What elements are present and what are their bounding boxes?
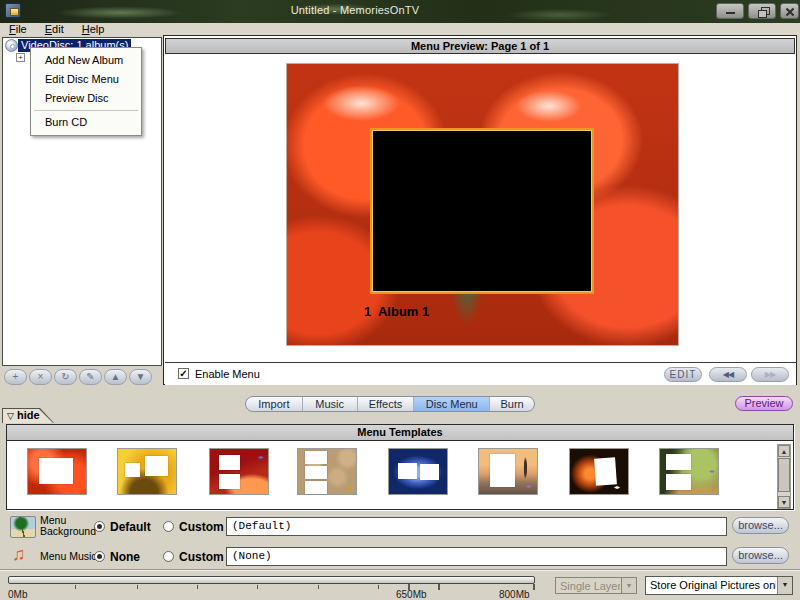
background-default-radio[interactable]	[94, 521, 105, 532]
layer-type-dropdown[interactable]: Single Layer ▼	[555, 577, 637, 594]
chevron-down-icon[interactable]: ▼	[777, 577, 792, 594]
preview-controls-strip: ✓ Enable Menu EDIT ◀◀ ▶▶	[165, 362, 796, 385]
menu-preview-panel: Menu Preview: Page 1 of 1 1 Album 1 ✓ En…	[163, 35, 797, 385]
tab-music[interactable]: Music	[303, 397, 358, 411]
enable-menu-label: Enable Menu	[195, 368, 260, 380]
menu-music-row: ♫ Menu Music None Custom (None) browse..…	[0, 544, 800, 570]
menu-edit[interactable]: Edit	[36, 23, 73, 36]
music-none-label: None	[110, 550, 140, 564]
chevron-down-icon[interactable]: ▼	[621, 578, 636, 593]
background-value-field[interactable]: (Default)	[226, 517, 727, 536]
music-custom-label: Custom	[179, 550, 224, 564]
background-default-label: Default	[110, 520, 151, 534]
close-button[interactable]	[780, 3, 799, 19]
template-thumbnail-garden-path[interactable]: ◂▸	[659, 448, 719, 495]
music-value-field[interactable]: (None)	[226, 547, 727, 566]
tab-disc-menu[interactable]: Disc Menu	[414, 397, 490, 411]
album-thumbnail-box[interactable]	[370, 128, 594, 294]
tree-expander-icon[interactable]: +	[16, 53, 25, 62]
next-page-button[interactable]: ▶▶	[751, 367, 789, 382]
minimize-button[interactable]	[716, 3, 744, 19]
menu-music-label: Menu Music	[40, 551, 98, 562]
templates-scrollbar[interactable]: ▲ ▼	[777, 444, 791, 509]
app-window: Untitled - MemoriesOnTV File Edit Help V…	[0, 0, 800, 600]
music-note-icon: ♫	[12, 544, 26, 565]
menu-templates-header: Menu Templates	[7, 425, 793, 441]
scrollbar-thumb[interactable]	[778, 458, 790, 492]
capacity-650-label: 650Mb	[396, 589, 427, 600]
background-picture-icon	[10, 516, 36, 538]
move-up-icon[interactable]: ▲	[104, 369, 127, 385]
tab-burn[interactable]: Burn	[490, 397, 534, 411]
template-thumbnail-sunset-monument[interactable]: ◂▸	[478, 448, 538, 495]
context-item-edit-disc-menu[interactable]: Edit Disc Menu	[31, 70, 141, 89]
music-browse-button[interactable]: browse...	[732, 547, 789, 564]
disc-capacity-gauge	[8, 576, 535, 584]
window-title: Untitled - MemoriesOnTV	[0, 4, 710, 16]
add-icon[interactable]: +	[4, 369, 27, 385]
delete-icon[interactable]: ×	[29, 369, 52, 385]
edit-button[interactable]: EDIT	[664, 367, 702, 382]
context-item-burn-cd[interactable]: Burn CD	[31, 113, 141, 132]
music-custom-radio[interactable]	[163, 551, 174, 562]
scroll-up-icon[interactable]: ▲	[778, 445, 790, 457]
capacity-start-label: 0Mb	[8, 589, 27, 600]
menu-background-photo: 1 Album 1	[286, 63, 679, 346]
tab-effects[interactable]: Effects	[358, 397, 415, 411]
enable-menu-checkbox[interactable]: ✓	[178, 368, 189, 379]
main-tab-bar: Import Music Effects Disc Menu Burn	[245, 396, 535, 412]
store-pictures-dropdown[interactable]: Store Original Pictures only ▼	[645, 576, 793, 595]
menu-templates-panel: Menu Templates ◂▸ ◂▸ ◂▸ ◂▸	[6, 424, 794, 510]
capacity-footer: 0Mb 650Mb 800Mb Single Layer ▼ Store Ori…	[0, 570, 800, 600]
scroll-down-icon[interactable]: ▼	[778, 496, 790, 508]
tree-toolbar: + × ↻ ✎ ▲ ▼	[4, 369, 152, 385]
title-bar: Untitled - MemoriesOnTV	[0, 0, 800, 23]
restore-button[interactable]	[748, 3, 776, 19]
edit-pencil-icon[interactable]: ✎	[79, 369, 102, 385]
triangle-down-icon: ▽	[3, 411, 17, 421]
cd-disc-icon	[5, 39, 18, 52]
preview-header: Menu Preview: Page 1 of 1	[165, 38, 795, 54]
template-thumbnail-sunflower[interactable]	[117, 448, 177, 495]
music-none-radio[interactable]	[94, 551, 105, 562]
rotate-icon[interactable]: ↻	[54, 369, 77, 385]
previous-page-button[interactable]: ◀◀	[709, 367, 747, 382]
template-thumbnail-tomatoes[interactable]	[27, 448, 87, 495]
store-pictures-value: Store Original Pictures only	[650, 579, 776, 591]
context-item-add-new-album[interactable]: Add New Album	[31, 51, 141, 70]
template-thumbnail-blue-splash[interactable]	[388, 448, 448, 495]
template-thumbnail-pineapple-texture[interactable]: ◂▸	[297, 448, 357, 495]
menu-help[interactable]: Help	[73, 23, 114, 36]
layer-type-value: Single Layer	[560, 580, 620, 592]
background-custom-label: Custom	[179, 520, 224, 534]
hide-label: hide	[17, 409, 40, 421]
hide-panel-toggle[interactable]: ▽hide	[2, 408, 54, 423]
menu-background-row: Menu Background Default Custom (Default)…	[0, 514, 800, 540]
template-thumbnail-red-flower[interactable]: ◂▸	[209, 448, 269, 495]
menu-background-label: Menu Background	[40, 515, 98, 537]
context-menu-separator	[34, 110, 138, 111]
album-label: 1 Album 1	[364, 304, 429, 319]
capacity-end-label: 800Mb	[499, 589, 530, 600]
move-down-icon[interactable]: ▼	[129, 369, 152, 385]
background-custom-radio[interactable]	[163, 521, 174, 532]
context-item-preview-disc[interactable]: Preview Disc	[31, 89, 141, 108]
template-thumbnail-night-fire[interactable]: ◂▸	[569, 448, 629, 495]
context-menu: Add New Album Edit Disc Menu Preview Dis…	[30, 47, 142, 136]
tab-import[interactable]: Import	[246, 397, 303, 411]
background-browse-button[interactable]: browse...	[732, 517, 789, 534]
menu-file[interactable]: File	[0, 23, 36, 36]
preview-button[interactable]: Preview	[735, 396, 793, 411]
